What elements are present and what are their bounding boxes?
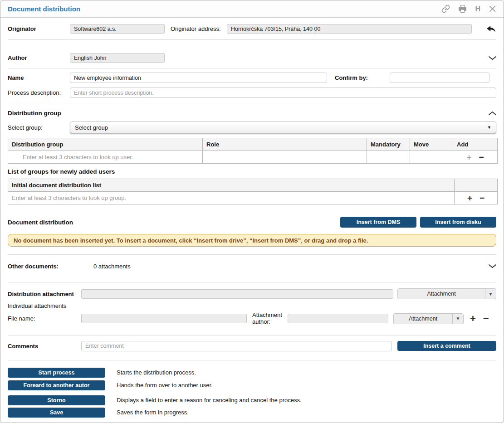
divider bbox=[8, 254, 496, 255]
col-mandatory: Mandatory bbox=[367, 138, 410, 151]
confirm-by-label: Confirm by: bbox=[335, 74, 390, 81]
chevron-down-icon[interactable] bbox=[489, 264, 496, 268]
col-empty bbox=[455, 179, 498, 192]
originator-address-field[interactable] bbox=[227, 24, 472, 34]
file-name-label: File name: bbox=[8, 315, 81, 322]
storno-button[interactable]: Storno bbox=[8, 395, 105, 405]
groups-table: Initial document distribution list Enter… bbox=[8, 179, 498, 204]
action-row: Storno Displays a field to enter a reaso… bbox=[8, 395, 496, 405]
group-lookup-cell[interactable]: Enter at least 3 characters to look up g… bbox=[8, 192, 455, 204]
add-remove-cell: +− bbox=[453, 151, 498, 164]
link-icon[interactable] bbox=[441, 5, 450, 13]
author-label: Author bbox=[8, 54, 70, 61]
attachment-type-select[interactable]: Attachment ▼ bbox=[397, 288, 496, 299]
insert-from-disk-button[interactable]: Insert from disku bbox=[420, 217, 496, 228]
action-description: Displays a field to enter a reason for c… bbox=[117, 397, 302, 404]
col-role: Role bbox=[203, 138, 367, 151]
select-group-row: Select group: Select group ▼ bbox=[8, 122, 496, 133]
table-row: Enter at least 3 characters to look up g… bbox=[8, 192, 498, 204]
attachment-author-field[interactable] bbox=[288, 314, 388, 323]
add-remove-cell: +− bbox=[455, 192, 498, 204]
insert-comment-button[interactable]: Insert a comment bbox=[397, 341, 496, 351]
select-group-label: Select group: bbox=[8, 124, 70, 131]
process-description-input[interactable] bbox=[70, 88, 496, 98]
name-row: Name Confirm by: bbox=[8, 73, 496, 83]
confirm-by-input[interactable] bbox=[390, 73, 489, 83]
originator-label: Originator bbox=[8, 25, 70, 32]
name-label: Name bbox=[8, 74, 70, 81]
distribution-attachment-field[interactable] bbox=[81, 289, 393, 299]
chevron-up-icon[interactable] bbox=[489, 111, 496, 116]
process-description-label: Process description: bbox=[8, 89, 70, 96]
group-select-value: Select group bbox=[75, 124, 108, 131]
user-lookup-cell[interactable]: Enter at least 3 characters to look up u… bbox=[8, 151, 203, 164]
individual-attachments-label: Individual attachments bbox=[8, 302, 496, 309]
comment-input[interactable] bbox=[81, 341, 392, 351]
move-cell[interactable] bbox=[410, 151, 453, 164]
form-body: Originator Originator address: Author Na… bbox=[0, 24, 504, 418]
window-controls: H bbox=[441, 5, 496, 13]
divider bbox=[8, 282, 496, 282]
remove-attachment-button[interactable]: − bbox=[480, 314, 493, 324]
no-document-warning: No document has been inserted yet. To in… bbox=[8, 234, 496, 247]
attachments-count: 0 attachments bbox=[93, 263, 131, 270]
select-caret-icon: ▼ bbox=[485, 289, 496, 299]
col-move: Move bbox=[410, 138, 453, 151]
other-documents-row: Other documents: 0 attachments bbox=[8, 261, 496, 271]
select-caret-icon: ▼ bbox=[452, 314, 463, 324]
process-description-row: Process description: bbox=[8, 88, 496, 98]
name-input[interactable] bbox=[70, 73, 327, 83]
chevron-down-icon[interactable] bbox=[489, 56, 496, 60]
mandatory-cell[interactable] bbox=[367, 151, 410, 164]
comments-row: Comments Insert a comment bbox=[8, 341, 496, 351]
originator-row: Originator Originator address: bbox=[8, 24, 496, 34]
action-row: Foreard to another autor Hands the form … bbox=[8, 380, 496, 390]
add-attachment-button[interactable]: + bbox=[466, 314, 480, 324]
page-title: Document distribution bbox=[8, 5, 80, 13]
add-row-button[interactable]: + bbox=[463, 153, 475, 161]
author-row: Author bbox=[8, 53, 496, 63]
table-header-row: Distribution group Role Mandatory Move A… bbox=[8, 138, 498, 151]
action-description: Saves the form in progress. bbox=[117, 409, 189, 416]
divider bbox=[8, 68, 496, 68]
save-button[interactable]: Save bbox=[8, 408, 105, 418]
other-documents-label: Other documents: bbox=[8, 263, 93, 270]
col-distribution-group: Distribution group bbox=[8, 138, 203, 151]
close-icon[interactable] bbox=[489, 5, 496, 13]
revert-arrow-icon[interactable] bbox=[486, 25, 496, 33]
col-initial-distribution-list: Initial document distribution list bbox=[8, 179, 455, 192]
distribution-attachment-label: Distribution attachment bbox=[8, 291, 81, 297]
add-group-button[interactable]: + bbox=[464, 194, 476, 202]
item-attachment-type-value: Attachment bbox=[394, 314, 452, 324]
document-distribution-header: Document distribution Insert from DMS In… bbox=[8, 217, 496, 228]
divider bbox=[8, 360, 496, 360]
groups-list-heading: List of groups for newly added users bbox=[8, 168, 496, 175]
distribution-attachment-row: Distribution attachment Attachment ▼ bbox=[8, 288, 496, 299]
item-attachment-type-select[interactable]: Attachment ▼ bbox=[393, 313, 464, 324]
printer-icon[interactable] bbox=[458, 5, 467, 13]
distribution-group-header: Distribution group bbox=[8, 110, 496, 117]
col-add: Add bbox=[453, 138, 498, 151]
document-distribution-window: Document distribution H Originator Origi… bbox=[0, 0, 504, 423]
comments-label: Comments bbox=[8, 343, 81, 350]
action-row: Start process Starts the distribution pr… bbox=[8, 368, 496, 378]
insert-from-dms-button[interactable]: Insert from DMS bbox=[340, 217, 416, 228]
select-caret-icon: ▼ bbox=[487, 125, 491, 130]
distribution-group-heading: Distribution group bbox=[8, 110, 61, 117]
originator-address-label: Originator address: bbox=[171, 25, 227, 32]
author-field[interactable] bbox=[70, 53, 165, 63]
action-row: Save Saves the form in progress. bbox=[8, 408, 496, 418]
remove-row-button[interactable]: − bbox=[475, 153, 488, 161]
start-process-button[interactable]: Start process bbox=[8, 368, 105, 378]
group-select[interactable]: Select group ▼ bbox=[70, 122, 496, 133]
role-cell[interactable] bbox=[203, 151, 367, 164]
help-icon[interactable]: H bbox=[475, 5, 480, 13]
attachment-type-value: Attachment bbox=[398, 289, 485, 299]
file-name-field[interactable] bbox=[81, 314, 247, 323]
originator-field[interactable] bbox=[70, 24, 165, 34]
action-description: Starts the distribution process. bbox=[117, 369, 196, 376]
forward-to-author-button[interactable]: Foreard to another autor bbox=[8, 380, 105, 390]
titlebar: Document distribution H bbox=[0, 0, 504, 18]
table-header-row: Initial document distribution list bbox=[8, 179, 498, 192]
remove-group-button[interactable]: − bbox=[476, 194, 488, 202]
